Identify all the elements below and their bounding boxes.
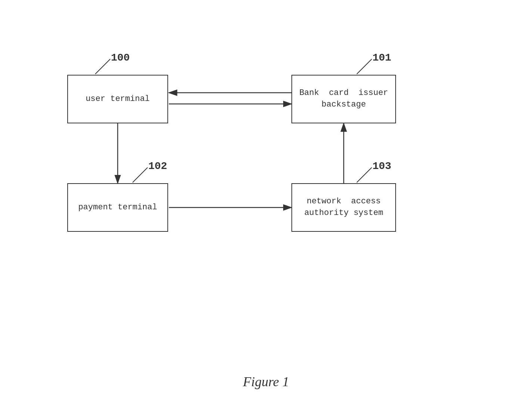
- svg-text:100: 100: [111, 52, 130, 64]
- svg-line-4: [133, 167, 148, 182]
- ref-101: 101: [357, 55, 387, 80]
- network-access-label: network accessauthority system: [304, 196, 383, 219]
- svg-line-0: [95, 59, 110, 74]
- svg-text:102: 102: [148, 160, 167, 172]
- box-network-access: network accessauthority system: [291, 183, 396, 232]
- svg-text:101: 101: [372, 52, 391, 64]
- figure-caption: Figure 1: [0, 374, 532, 390]
- user-terminal-label: user terminal: [86, 93, 150, 105]
- svg-text:103: 103: [372, 160, 391, 172]
- svg-line-6: [357, 167, 372, 182]
- ref-100: 100: [95, 55, 125, 80]
- diagram: user terminal Bank card issuerbackstage …: [37, 37, 495, 318]
- box-payment-terminal: payment terminal: [67, 183, 168, 232]
- ref-102: 102: [133, 164, 163, 188]
- payment-terminal-label: payment terminal: [78, 202, 157, 213]
- box-bank-card: Bank card issuerbackstage: [291, 75, 396, 123]
- box-user-terminal: user terminal: [67, 75, 168, 123]
- ref-103: 103: [357, 164, 387, 188]
- svg-line-2: [357, 59, 372, 74]
- bank-card-label: Bank card issuerbackstage: [299, 87, 388, 111]
